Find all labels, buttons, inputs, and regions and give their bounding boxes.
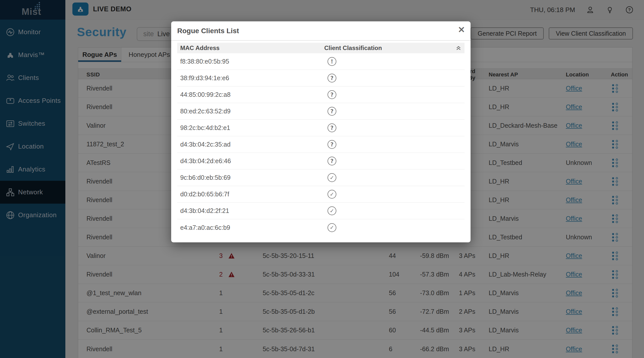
unknown-circle-icon: ? <box>328 157 336 165</box>
unknown-circle-icon: ? <box>328 90 336 99</box>
modal-table-body: f8:38:80:e0:5b:95 ! 38:f9:d3:94:1e:e6 ? … <box>177 53 465 236</box>
approved-circle-icon: ✓ <box>328 223 336 232</box>
rogue-client-row: 44:85:00:99:2c:a8 ? <box>177 86 465 103</box>
approved-circle-icon: ✓ <box>328 173 336 182</box>
mac-address-cell: 98:2c:bc:4d:b2:e1 <box>177 124 324 131</box>
alert-circle-icon: ! <box>328 57 336 66</box>
double-chevron-up-icon[interactable] <box>455 44 462 52</box>
mac-address-cell: 80:ed:2c:63:52:d9 <box>177 108 324 115</box>
mac-address-cell: e4:a7:a0:ac:6c:b9 <box>177 224 324 231</box>
mac-address-cell: d0:d2:b0:65:b6:7f <box>177 191 324 198</box>
modal-body: MAC Address Client Classification f8:38:… <box>171 41 471 236</box>
modal-col-header-mac[interactable]: MAC Address <box>177 44 324 52</box>
rogue-client-row: e4:a7:a0:ac:6c:b9 ✓ <box>177 219 465 236</box>
mac-address-cell: f8:38:80:e0:5b:95 <box>177 58 324 65</box>
mac-address-cell: 9c:b6:d0:eb:5b:69 <box>177 174 324 181</box>
unknown-circle-icon: ? <box>328 140 336 149</box>
modal-table-header: MAC Address Client Classification <box>177 43 465 53</box>
approved-circle-icon: ✓ <box>328 206 336 215</box>
mac-address-cell: d4:3b:04:2d:e6:46 <box>177 157 324 165</box>
rogue-client-row: d4:3b:04:2c:35:ad ? <box>177 136 465 153</box>
rogue-client-row: 80:ed:2c:63:52:d9 ? <box>177 103 465 120</box>
close-icon[interactable]: ✕ <box>458 25 465 34</box>
mac-address-cell: d4:3b:04:d2:2f:21 <box>177 207 324 214</box>
modal-col-header-classification[interactable]: Client Classification <box>324 44 465 52</box>
mac-address-cell: d4:3b:04:2c:35:ad <box>177 141 324 148</box>
approved-circle-icon: ✓ <box>328 190 336 199</box>
rogue-client-row: d4:3b:04:2d:e6:46 ? <box>177 153 465 169</box>
rogue-client-row: f8:38:80:e0:5b:95 ! <box>177 53 465 70</box>
unknown-circle-icon: ? <box>328 107 336 116</box>
rogue-client-row: d4:3b:04:d2:2f:21 ✓ <box>177 203 465 219</box>
mac-address-cell: 38:f9:d3:94:1e:e6 <box>177 74 324 82</box>
unknown-circle-icon: ? <box>328 74 336 82</box>
rogue-clients-modal: Rogue Clients List ✕ MAC Address Client … <box>171 21 471 242</box>
rogue-client-row: d0:d2:b0:65:b6:7f ✓ <box>177 186 465 203</box>
modal-title: Rogue Clients List <box>177 27 239 35</box>
rogue-client-row: 38:f9:d3:94:1e:e6 ? <box>177 70 465 86</box>
rogue-client-row: 98:2c:bc:4d:b2:e1 ? <box>177 120 465 136</box>
modal-header: Rogue Clients List ✕ <box>171 21 471 41</box>
mac-address-cell: 44:85:00:99:2c:a8 <box>177 91 324 98</box>
unknown-circle-icon: ? <box>328 123 336 132</box>
rogue-client-row: 9c:b6:d0:eb:5b:69 ✓ <box>177 169 465 186</box>
